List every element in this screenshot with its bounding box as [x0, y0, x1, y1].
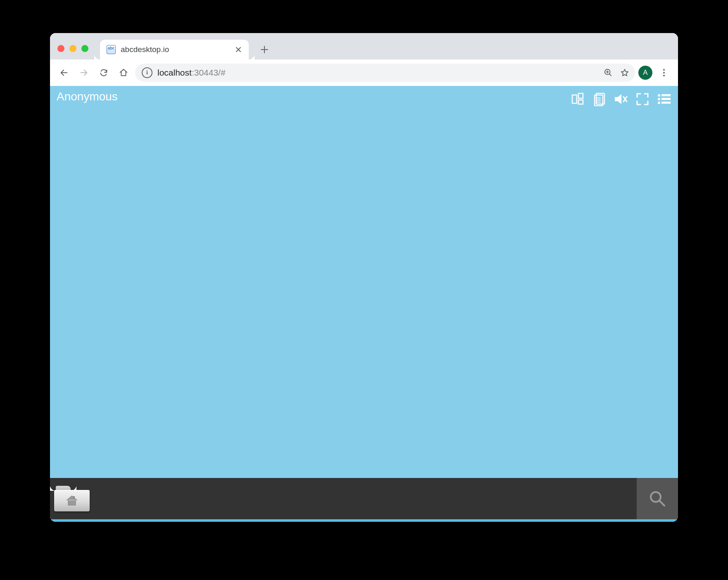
- home-outline-icon: [119, 68, 128, 77]
- zoom-button[interactable]: [604, 68, 613, 77]
- taskbar-bottom-accent: [50, 519, 678, 522]
- apps-grid-icon: [571, 93, 585, 106]
- svg-rect-4: [572, 95, 577, 103]
- tab-title: abcdesktop.io: [121, 45, 229, 54]
- url-rest: :30443/#: [192, 68, 226, 77]
- taskbar-home-folder[interactable]: [52, 484, 91, 513]
- desktop-taskbar: [50, 478, 678, 519]
- browser-toolbar: i localhost:30443/# A: [50, 59, 678, 86]
- star-icon: [620, 68, 629, 77]
- desktop-topbar-actions: [571, 90, 671, 107]
- nav-home-button[interactable]: [115, 64, 132, 81]
- current-user-label: Anonymous: [57, 90, 118, 103]
- window-controls: [57, 45, 88, 59]
- url-host: localhost: [157, 68, 192, 77]
- address-bar[interactable]: i localhost:30443/#: [135, 64, 635, 82]
- svg-point-2: [663, 72, 665, 74]
- svg-point-13: [658, 102, 660, 104]
- tab-close-button[interactable]: [234, 45, 243, 54]
- list-menu-icon: [657, 93, 671, 105]
- desktop-workspace[interactable]: [50, 107, 678, 478]
- sound-mute-button[interactable]: [614, 92, 628, 107]
- window-zoom-button[interactable]: [81, 45, 88, 52]
- nav-forward-button[interactable]: [76, 64, 92, 81]
- svg-point-3: [663, 75, 665, 76]
- nav-reload-button[interactable]: [95, 64, 112, 81]
- svg-rect-14: [661, 102, 671, 104]
- fullscreen-button[interactable]: [635, 92, 650, 107]
- site-info-icon[interactable]: i: [142, 67, 152, 78]
- apps-grid-button[interactable]: [571, 92, 585, 107]
- svg-rect-5: [578, 93, 583, 98]
- avatar-initial: A: [643, 69, 647, 77]
- window-minimize-button[interactable]: [69, 45, 76, 52]
- svg-rect-15: [73, 496, 75, 499]
- browser-window: abc abcdesktop.io: [50, 33, 678, 522]
- svg-point-11: [658, 98, 660, 100]
- svg-rect-12: [661, 98, 671, 100]
- tab-favicon: abc: [107, 45, 116, 54]
- svg-rect-6: [578, 100, 583, 104]
- volume-mute-icon: [614, 93, 628, 105]
- home-folder-icon: [54, 486, 90, 511]
- kebab-menu-icon: [660, 69, 668, 77]
- nav-back-button[interactable]: [56, 64, 72, 81]
- arrow-right-icon: [79, 68, 88, 77]
- url-text: localhost:30443/#: [157, 68, 226, 78]
- taskbar-search-button[interactable]: [637, 478, 678, 519]
- bookmark-button[interactable]: [620, 68, 629, 77]
- svg-point-9: [658, 94, 660, 97]
- page-content: Anonymous: [50, 86, 678, 522]
- reload-icon: [99, 68, 108, 77]
- new-tab-button[interactable]: [256, 41, 273, 58]
- settings-menu-button[interactable]: [657, 92, 671, 107]
- fullscreen-icon: [636, 93, 649, 106]
- home-icon: [65, 494, 79, 507]
- desktop-topbar: Anonymous: [50, 86, 678, 107]
- close-icon: [236, 47, 241, 52]
- browser-tab-strip-area: abc abcdesktop.io: [50, 33, 678, 59]
- clipboard-icon: [593, 92, 606, 106]
- svg-point-1: [663, 69, 665, 71]
- svg-rect-10: [661, 94, 671, 96]
- zoom-in-icon: [604, 68, 613, 77]
- clipboard-button[interactable]: [592, 92, 607, 107]
- arrow-left-icon: [59, 68, 69, 77]
- tab-strip: abc abcdesktop.io: [50, 37, 678, 59]
- search-icon: [648, 490, 666, 508]
- browser-menu-button[interactable]: [656, 64, 672, 81]
- window-close-button[interactable]: [57, 45, 64, 52]
- plus-icon: [261, 46, 268, 53]
- profile-avatar[interactable]: A: [638, 66, 652, 80]
- browser-tab[interactable]: abc abcdesktop.io: [100, 40, 249, 59]
